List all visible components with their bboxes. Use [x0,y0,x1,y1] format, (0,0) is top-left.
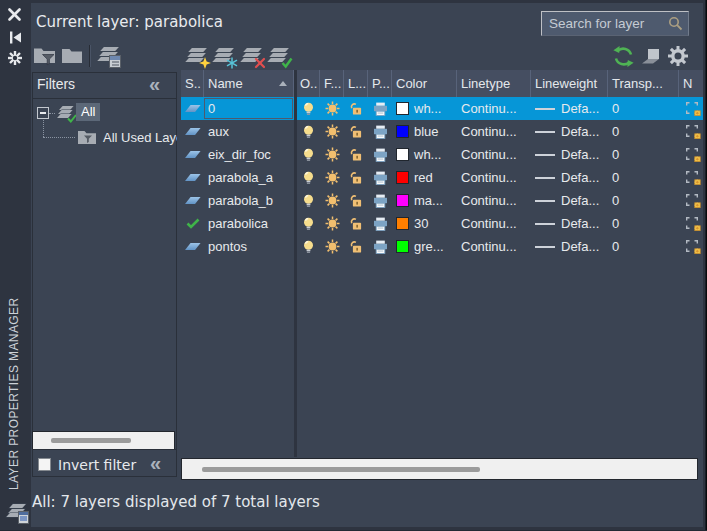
layer-row[interactable]: parabola_aredContinu...Defa...0 [181,166,703,189]
plot-toggle-cell[interactable] [368,189,392,212]
on-toggle-cell[interactable] [296,166,320,189]
layer-states-manager-icon[interactable] [95,44,121,66]
lineweight-cell[interactable]: Defa... [531,189,608,212]
status-cell[interactable] [181,212,204,235]
transparency-cell[interactable]: 0 [608,189,679,212]
vp-freeze-cell[interactable] [679,166,703,189]
invert-collapse-icon[interactable]: « [150,453,161,473]
linetype-cell[interactable]: Continu... [457,97,531,120]
search-box[interactable]: Search for layer [541,11,689,36]
plot-toggle-cell[interactable] [368,235,392,258]
freeze-toggle-cell[interactable] [320,189,344,212]
on-toggle-cell[interactable] [296,235,320,258]
freeze-toggle-cell[interactable] [320,212,344,235]
status-cell[interactable] [181,235,204,258]
lineweight-cell[interactable]: Defa... [531,166,608,189]
status-cell[interactable] [181,143,204,166]
linetype-cell[interactable]: Continu... [457,166,531,189]
transparency-cell[interactable]: 0 [608,166,679,189]
lock-toggle-cell[interactable] [344,212,368,235]
lineweight-cell[interactable]: Defa... [531,212,608,235]
lineweight-cell[interactable]: Defa... [531,235,608,258]
status-cell[interactable] [181,120,204,143]
color-cell[interactable]: red [392,166,457,189]
lock-toggle-cell[interactable] [344,189,368,212]
color-cell[interactable]: 30 [392,212,457,235]
new-group-filter-icon[interactable] [61,47,83,64]
color-cell[interactable]: gre... [392,235,457,258]
layer-row[interactable]: auxblueContinu...Defa...0 [181,120,703,143]
lock-toggle-cell[interactable] [344,235,368,258]
tree-collapse-box[interactable] [37,107,49,119]
color-cell[interactable]: wh... [392,97,457,120]
name-cell[interactable]: eix_dir_foc [204,143,294,166]
status-cell[interactable] [181,189,204,212]
column-header-lock[interactable]: L... [344,70,368,97]
column-header-vp[interactable]: N [679,70,703,97]
on-toggle-cell[interactable] [296,97,320,120]
new-layer-vp-frozen-icon[interactable] [210,45,236,67]
freeze-toggle-cell[interactable] [320,97,344,120]
filters-h-scrollbar[interactable] [32,431,175,450]
color-cell[interactable]: ma... [392,189,457,212]
filters-collapse-icon[interactable]: « [149,74,160,94]
set-current-layer-icon[interactable] [265,45,291,67]
color-cell[interactable]: wh... [392,143,457,166]
vp-freeze-cell[interactable] [679,235,703,258]
freeze-toggle-cell[interactable] [320,143,344,166]
layer-row[interactable]: parabolica30Continu...Defa...0 [181,212,703,235]
table-h-scrollbar-thumb[interactable] [202,467,480,472]
lineweight-cell[interactable]: Defa... [531,120,608,143]
layer-row[interactable]: eix_dir_focwh...Continu...Defa...0 [181,143,703,166]
plot-toggle-cell[interactable] [368,166,392,189]
delete-layer-icon[interactable] [238,45,264,67]
status-cell[interactable] [181,166,204,189]
vp-freeze-cell[interactable] [679,120,703,143]
linetype-cell[interactable]: Continu... [457,235,531,258]
linetype-cell[interactable]: Continu... [457,143,531,166]
column-header-name[interactable]: Name [204,70,294,97]
on-toggle-cell[interactable] [296,143,320,166]
plot-toggle-cell[interactable] [368,212,392,235]
plot-toggle-cell[interactable] [368,97,392,120]
lock-toggle-cell[interactable] [344,166,368,189]
name-cell[interactable]: 0 [204,97,294,120]
filters-h-scrollbar-thumb[interactable] [51,438,131,443]
lock-toggle-cell[interactable] [344,97,368,120]
name-cell[interactable]: parabola_b [204,189,294,212]
freeze-toggle-cell[interactable] [320,120,344,143]
column-header-on[interactable]: O.. [296,70,320,97]
on-toggle-cell[interactable] [296,189,320,212]
on-toggle-cell[interactable] [296,120,320,143]
close-icon[interactable] [8,8,21,21]
transparency-cell[interactable]: 0 [608,120,679,143]
linetype-cell[interactable]: Continu... [457,120,531,143]
color-cell[interactable]: blue [392,120,457,143]
name-cell[interactable]: parabolica [204,212,294,235]
column-header-transp[interactable]: Transp... [608,70,679,97]
plot-toggle-cell[interactable] [368,143,392,166]
vp-freeze-cell[interactable] [679,212,703,235]
new-layer-icon[interactable] [183,45,209,67]
new-property-filter-icon[interactable] [33,46,57,67]
column-header-lineweight[interactable]: Lineweight [531,70,608,97]
layer-row[interactable]: pontosgre...Continu...Defa...0 [181,235,703,258]
linetype-cell[interactable]: Continu... [457,212,531,235]
settings-gear-icon[interactable] [666,44,690,68]
column-header-color[interactable]: Color [392,70,457,97]
transparency-cell[interactable]: 0 [608,97,679,120]
layer-row[interactable]: parabola_bma...Continu...Defa...0 [181,189,703,212]
properties-gear-icon[interactable] [7,50,23,66]
layer-row[interactable]: 0wh...Continu...Defa...0 [181,97,703,120]
filter-item-all[interactable]: All [76,103,100,121]
table-h-scrollbar[interactable] [181,458,698,480]
refresh-icon[interactable] [610,45,637,68]
lock-toggle-cell[interactable] [344,120,368,143]
column-header-s[interactable]: S.. [181,70,204,97]
on-toggle-cell[interactable] [296,212,320,235]
name-cell[interactable]: pontos [204,235,294,258]
filter-item-all-used-layers[interactable]: All Used Layers [103,130,177,145]
layer-settings-sheet-icon[interactable] [640,47,662,65]
name-cell[interactable]: aux [204,120,294,143]
column-header-linetype[interactable]: Linetype [457,70,531,97]
